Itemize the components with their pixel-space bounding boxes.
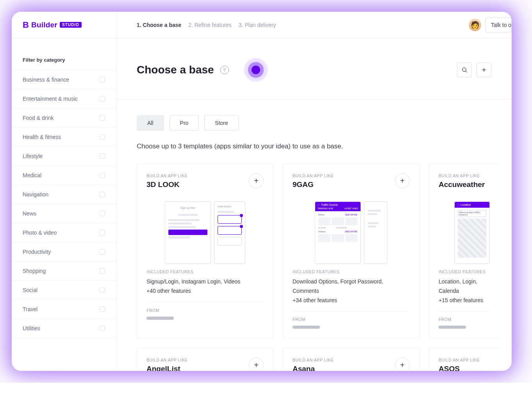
brand-name: Builder	[31, 21, 57, 29]
template-card-asana[interactable]: BUILD AN APP LIKE Asana +	[283, 348, 420, 371]
pulse-indicator[interactable]	[244, 58, 268, 82]
features-list: Location, Login, Calenda +15 other featu…	[439, 277, 490, 305]
category-travel[interactable]: Travel	[12, 299, 116, 319]
template-card-9gag[interactable]: BUILD AN APP LIKE 9GAG + ← Traffic Sourc…	[283, 164, 420, 338]
wizard-steps: 1. Choose a base 2. Refine features 3. P…	[116, 22, 276, 28]
category-entertainment-music[interactable]: Entertainment & music	[12, 89, 116, 108]
step-choose-base[interactable]: 1. Choose a base	[137, 22, 181, 28]
avatar[interactable]: 🧑	[469, 19, 481, 31]
price-skeleton	[146, 317, 174, 320]
add-template-button[interactable]: +	[395, 173, 410, 188]
add-button[interactable]	[477, 62, 491, 77]
add-template-button[interactable]: +	[249, 173, 264, 188]
category-health-fitness[interactable]: Health & fitness	[12, 127, 116, 146]
brand-badge: STUDIO	[60, 22, 82, 28]
category-navigation[interactable]: Navigation	[12, 185, 116, 204]
add-template-button[interactable]: +	[249, 358, 264, 371]
checkbox-icon[interactable]	[100, 211, 105, 216]
template-card-asos[interactable]: BUILD AN APP LIKE ASOS	[429, 348, 499, 371]
page-title: Choose a base	[137, 64, 214, 76]
tab-all[interactable]: All	[137, 115, 164, 131]
add-template-button[interactable]: +	[395, 358, 410, 371]
category-label: Navigation	[23, 191, 48, 198]
checkbox-icon[interactable]	[100, 230, 105, 235]
category-news[interactable]: News	[12, 204, 116, 223]
from-label: FROM	[293, 317, 410, 322]
tab-pro[interactable]: Pro	[170, 115, 199, 131]
page-subtitle: Choose up to 3 templates (apps similar t…	[137, 142, 512, 150]
step-refine-features[interactable]: 2. Refine features	[188, 22, 232, 28]
category-label: Photo & video	[23, 230, 57, 236]
talk-to-button[interactable]: Talk to o	[485, 18, 512, 32]
template-card-angellist[interactable]: BUILD AN APP LIKE AngelList +	[137, 348, 273, 371]
checkbox-icon[interactable]	[100, 153, 105, 159]
build-like-label: BUILD AN APP LIKE	[146, 358, 187, 362]
template-preview: Sign up free oose topics	[146, 198, 264, 264]
template-preview: ← Traffic Source TRENDING NOW LATEST VID…	[293, 198, 410, 264]
checkbox-icon[interactable]	[100, 192, 105, 197]
price-skeleton	[439, 326, 466, 329]
brand-b-icon: B	[23, 20, 29, 30]
svg-line-1	[466, 71, 467, 72]
category-sidebar: Filter by category Business & finance En…	[12, 38, 116, 371]
checkbox-icon[interactable]	[100, 306, 105, 312]
checkbox-icon[interactable]	[100, 249, 105, 255]
filter-tabs: All Pro Store	[137, 115, 512, 131]
checkbox-icon[interactable]	[100, 173, 105, 178]
build-like-label: BUILD AN APP LIKE	[439, 173, 485, 178]
template-name: Accuweather	[439, 180, 485, 189]
template-name: Asana	[293, 365, 334, 371]
category-social[interactable]: Social	[12, 280, 116, 299]
category-label: Health & fitness	[23, 134, 61, 140]
build-like-label: BUILD AN APP LIKE	[293, 358, 334, 362]
features-list: Download Options, Forgot Password, Comme…	[293, 277, 410, 305]
from-label: FROM	[146, 308, 264, 313]
checkbox-icon[interactable]	[100, 134, 105, 140]
category-medical[interactable]: Medical	[12, 166, 116, 185]
category-lifestyle[interactable]: Lifestyle	[12, 146, 116, 166]
search-button[interactable]	[457, 62, 472, 77]
step-plan-delivery[interactable]: 3. Plan delivery	[239, 22, 276, 28]
tab-store[interactable]: Store	[204, 115, 238, 131]
search-icon	[461, 67, 468, 73]
help-icon[interactable]: ?	[220, 66, 229, 74]
svg-point-0	[462, 68, 466, 71]
app-header: BBuilder STUDIO 1. Choose a base 2. Refi…	[12, 12, 512, 38]
template-cards-row: BUILD AN APP LIKE 3D LOOK + Sign up free	[137, 164, 512, 338]
build-like-label: BUILD AN APP LIKE	[439, 358, 480, 362]
from-label: FROM	[439, 317, 490, 322]
template-name: ASOS	[439, 365, 480, 371]
category-label: Lifestyle	[23, 153, 43, 159]
checkbox-icon[interactable]	[100, 287, 105, 293]
category-label: Social	[23, 287, 37, 293]
checkbox-icon[interactable]	[100, 96, 105, 102]
category-photo-video[interactable]: Photo & video	[12, 223, 116, 242]
checkbox-icon[interactable]	[100, 326, 105, 331]
category-label: Medical	[23, 172, 41, 178]
category-shopping[interactable]: Shopping	[12, 261, 116, 280]
included-label: INCLUDED FEATURES	[146, 269, 264, 274]
category-label: News	[23, 210, 36, 217]
category-label: Travel	[23, 306, 37, 312]
template-card-3dlook[interactable]: BUILD AN APP LIKE 3D LOOK + Sign up free	[137, 164, 273, 338]
category-label: Business & finance	[23, 77, 69, 83]
included-label: INCLUDED FEATURES	[293, 269, 410, 274]
template-card-accuweather[interactable]: BUILD AN APP LIKE Accuweather ← Location…	[429, 164, 499, 338]
brand-logo[interactable]: BBuilder STUDIO	[23, 20, 82, 30]
template-name: 3D LOOK	[146, 180, 187, 189]
template-cards-row-2: BUILD AN APP LIKE AngelList + BUILD AN A…	[137, 348, 512, 371]
checkbox-icon[interactable]	[100, 268, 105, 274]
logo-area: BBuilder STUDIO	[12, 12, 116, 38]
checkbox-icon[interactable]	[100, 115, 105, 121]
template-preview: ← Location Melbourne Airport (MEL) Depar…	[439, 198, 490, 264]
category-utilities[interactable]: Utilities	[12, 319, 116, 338]
category-productivity[interactable]: Productivity	[12, 242, 116, 261]
price-skeleton	[293, 326, 320, 329]
checkbox-icon[interactable]	[100, 77, 105, 82]
category-label: Shopping	[23, 268, 46, 274]
filter-title: Filter by category	[12, 57, 116, 70]
category-business-finance[interactable]: Business & finance	[12, 70, 116, 89]
build-like-label: BUILD AN APP LIKE	[146, 173, 187, 178]
features-list: Signup/Login, Instagram Login, Videos +4…	[146, 277, 264, 296]
category-food-drink[interactable]: Food & drink	[12, 108, 116, 127]
